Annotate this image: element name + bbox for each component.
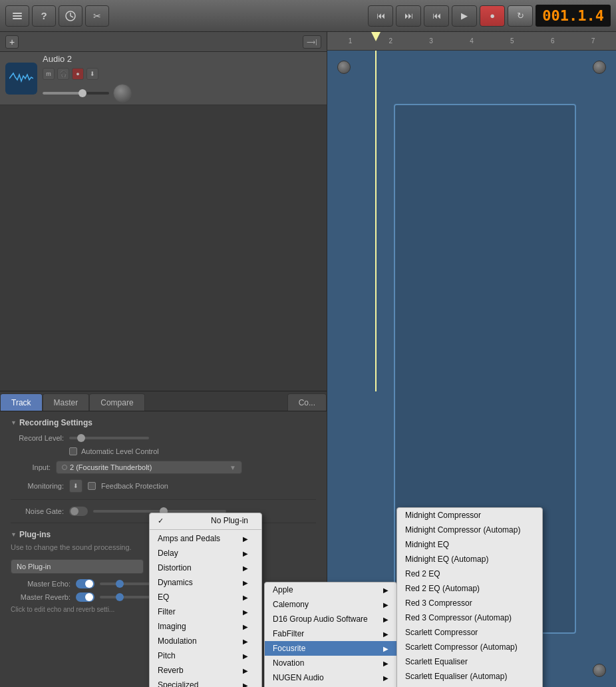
add-track-button[interactable]: + [5,35,19,49]
ruler-mark-3: 3 [411,37,452,45]
noise-gate-label: Noise Gate: [11,507,64,515]
plugin-midnight-eq-automap[interactable]: Midnight EQ (Automap) [397,552,542,567]
tab-track[interactable]: Track [0,393,43,411]
track-item: Audio 2 m 🎧 ● ⬇ [0,52,327,105]
focusrite-submenu[interactable]: Midnight Compressor Midnight Compressor … [396,507,543,687]
track-options-button[interactable]: ⟶| [303,35,321,49]
track-record-button[interactable]: ● [72,68,84,80]
submenu-nugen[interactable]: NUGEN Audio ▶ [265,670,396,685]
plugin-scarlett-equaliser-automap[interactable]: Scarlett Equaliser (Automap) [397,669,542,684]
help-button[interactable]: ? [32,5,56,27]
plugin-midnight-compressor[interactable]: Midnight Compressor [397,508,542,523]
menu-pitch[interactable]: Pitch ▶ [150,648,261,663]
master-reverb-slider[interactable] [100,596,153,598]
plugin-scarlett-compressor-automap[interactable]: Scarlett Compressor (Automap) [397,640,542,654]
submenu-calemony[interactable]: Calemony ▶ [265,597,396,612]
menu-filter[interactable]: Filter ▶ [150,604,261,619]
menu-divider-1 [150,529,261,530]
submenu-apple[interactable]: Apple ▶ [265,582,396,597]
auto-level-checkbox[interactable] [69,447,77,455]
metronome-button[interactable] [59,5,82,27]
no-plugin-item[interactable]: No Plug-in [150,513,261,528]
input-dropdown-arrow: ▼ [230,464,236,471]
menu-delay[interactable]: Delay ▶ [150,546,261,561]
input-circle [62,465,67,470]
master-echo-toggle[interactable] [76,579,94,588]
menu-modulation[interactable]: Modulation ▶ [150,634,261,648]
menu-eq[interactable]: EQ ▶ [150,590,261,604]
svg-line-5 [71,16,73,17]
track-solo-button[interactable]: 🎧 [57,68,69,80]
plugin-midnight-compressor-automap[interactable]: Midnight Compressor (Automap) [397,523,542,537]
svg-rect-2 [13,18,22,19]
record-level-row: Record Level: [11,434,316,442]
track-input-button[interactable]: ⬇ [86,68,98,80]
submenu-d16[interactable]: D16 Group Audio Software ▶ [265,612,396,626]
tab-compare[interactable]: Compare [89,393,144,411]
fast-forward-button[interactable]: ⏭ [396,5,421,27]
master-reverb-label: Master Reverb: [11,593,71,601]
master-echo-thumb [85,580,93,588]
track-list-area: + ⟶| Audio 2 m 🎧 ● ⬇ [0,32,327,391]
master-echo-label: Master Echo: [11,580,71,588]
ruler-mark-1: 1 [330,37,371,45]
plugin-red2-eq[interactable]: Red 2 EQ [397,567,542,581]
plugin-red3-compressor-automap[interactable]: Red 3 Compressor (Automap) [397,610,542,625]
audio-units-submenu[interactable]: Apple ▶ Calemony ▶ D16 Group Audio Softw… [264,582,397,687]
plugin-red2-eq-automap[interactable]: Red 2 EQ (Automap) [397,581,542,596]
tab-cont[interactable]: Co... [287,393,327,411]
record-level-thumb [77,434,85,442]
plugin-red3-compressor[interactable]: Red 3 Compressor [397,596,542,610]
ruler-mark-4: 4 [452,37,492,45]
input-select[interactable]: 2 (Focusrite Thunderbolt) ▼ [56,461,242,474]
master-echo-slider-thumb [116,580,124,588]
ruler-mark-6: 6 [532,37,573,45]
plugin-scarlett-equaliser[interactable]: Scarlett Equaliser [397,654,542,669]
plugin-scarlett-gate[interactable]: Scarlett Gate [397,684,542,687]
track-icon [5,63,37,95]
submenu-novation[interactable]: Novation ▶ [265,656,396,670]
plugin-scarlett-compressor[interactable]: Scarlett Compressor [397,625,542,640]
submenu-fabfilter[interactable]: FabFilter ▶ [265,626,396,641]
menu-imaging[interactable]: Imaging ▶ [150,619,261,634]
settings-button[interactable] [5,5,29,27]
track-mute-button[interactable]: m [43,68,55,80]
screw-tr [593,61,606,74]
plugin-context-menu[interactable]: No Plug-in Amps and Pedals ▶ Delay ▶ Dis… [149,513,262,687]
track-controls-row: m 🎧 ● ⬇ [43,68,321,80]
menu-specialized[interactable]: Specialized ▶ [150,678,261,687]
volume-fill [43,92,82,95]
noise-gate-toggle[interactable] [69,507,88,516]
skip-back-button[interactable]: ⏮ [424,5,449,27]
master-echo-slider[interactable] [100,582,153,585]
track-header-bar: + ⟶| [0,32,327,52]
monitoring-button[interactable]: ⬇ [69,479,82,493]
time-display: 001.1.4 [536,5,611,27]
plugin-midnight-eq[interactable]: Midnight EQ [397,537,542,552]
rewind-button[interactable]: ⏮ [368,5,393,27]
input-value: 2 (Focusrite Thunderbolt) [70,463,152,471]
sync-button[interactable]: ↻ [508,5,533,27]
screw-br [593,664,606,677]
auto-level-label: Automatic Level Control [81,447,159,455]
master-reverb-toggle[interactable] [76,592,94,602]
feedback-checkbox[interactable] [88,482,96,490]
screw-tl [337,61,351,74]
menu-reverb[interactable]: Reverb ▶ [150,663,261,678]
menu-amps-pedals[interactable]: Amps and Pedals ▶ [150,531,261,546]
record-button[interactable]: ● [480,5,505,27]
record-level-slider[interactable] [69,437,149,439]
track-pan-knob[interactable] [113,84,132,103]
menu-distortion[interactable]: Distortion ▶ [150,561,261,575]
tab-master[interactable]: Master [43,393,90,411]
scissors-button[interactable]: ✂ [85,5,109,27]
track-info: Audio 2 m 🎧 ● ⬇ [43,54,321,103]
menu-dynamics[interactable]: Dynamics ▶ [150,575,261,590]
monitoring-label: Monitoring: [11,482,64,490]
record-level-label: Record Level: [11,434,64,442]
track-volume-slider[interactable] [43,92,109,95]
submenu-focusrite[interactable]: Focusrite ▶ [265,641,396,656]
master-reverb-slider-thumb [116,593,124,601]
play-button[interactable]: ▶ [452,5,477,27]
playhead [375,51,377,391]
